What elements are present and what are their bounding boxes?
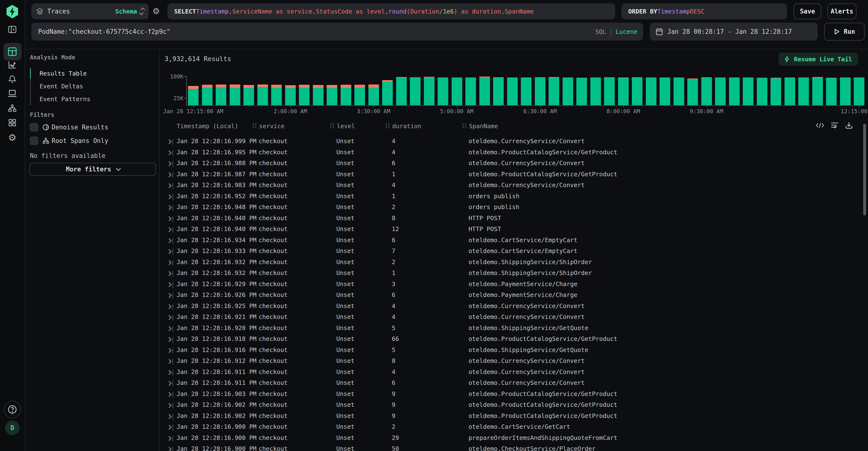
col-header-spanname[interactable]: SpanName xyxy=(463,123,498,130)
histogram-bar[interactable] xyxy=(313,85,323,105)
histogram-bar[interactable] xyxy=(410,77,421,105)
expand-chevron-icon[interactable] xyxy=(167,238,172,243)
expand-chevron-icon[interactable] xyxy=(167,161,172,166)
vertical-scrollbar[interactable] xyxy=(863,123,866,215)
table-row[interactable]: Jan 28 12:28:16.920 PMcheckoutUnset5otel… xyxy=(160,323,868,334)
table-row[interactable]: Jan 28 12:28:16.934 PMcheckoutUnset6otel… xyxy=(160,235,868,246)
help-icon[interactable] xyxy=(4,401,21,418)
expand-chevron-icon[interactable] xyxy=(167,260,172,265)
sql-select-input[interactable]: SELECT Timestamp, ServiceName as service… xyxy=(167,3,615,19)
analysis-mode-item[interactable]: Event Patterns xyxy=(31,93,90,106)
histogram-bar[interactable] xyxy=(507,78,518,105)
dashboards-nav-icon[interactable] xyxy=(8,118,17,127)
histogram-bar[interactable] xyxy=(243,85,254,105)
view-source-icon[interactable] xyxy=(816,122,824,129)
histogram-bar[interactable] xyxy=(826,78,837,105)
histogram-bar[interactable] xyxy=(465,78,476,105)
histogram-bar[interactable] xyxy=(701,77,712,105)
expand-chevron-icon[interactable] xyxy=(167,337,172,342)
wrap-lines-icon[interactable] xyxy=(831,122,839,129)
histogram-bar[interactable] xyxy=(327,85,337,105)
expand-chevron-icon[interactable] xyxy=(167,249,172,254)
histogram-bar[interactable] xyxy=(188,86,198,105)
collapse-sidebar-icon[interactable] xyxy=(8,25,17,34)
histogram-bar[interactable] xyxy=(729,78,740,105)
col-header-duration[interactable]: duration xyxy=(386,123,421,130)
expand-chevron-icon[interactable] xyxy=(167,326,172,331)
expand-chevron-icon[interactable] xyxy=(167,205,172,210)
expand-chevron-icon[interactable] xyxy=(167,194,172,199)
table-row[interactable]: Jan 28 12:28:16.912 PMcheckoutUnset8otel… xyxy=(160,356,868,367)
logo-icon[interactable] xyxy=(5,4,19,19)
expand-chevron-icon[interactable] xyxy=(167,183,172,188)
table-row[interactable]: Jan 28 12:28:16.932 PMcheckoutUnset1otel… xyxy=(160,268,868,279)
expand-chevron-icon[interactable] xyxy=(167,227,172,232)
table-row[interactable]: Jan 28 12:28:16.933 PMcheckoutUnset7otel… xyxy=(160,246,868,257)
expand-chevron-icon[interactable] xyxy=(167,150,172,155)
histogram-bar[interactable] xyxy=(341,85,351,105)
orderby-input[interactable]: ORDER BY Timestamp DESC xyxy=(621,3,787,19)
table-row[interactable]: Jan 28 12:28:16.948 PMcheckoutUnset2orde… xyxy=(160,202,868,213)
histogram-bar[interactable] xyxy=(632,77,643,105)
table-row[interactable]: Jan 28 12:28:16.900 PMcheckoutUnset2otel… xyxy=(160,422,868,433)
download-icon[interactable] xyxy=(845,122,852,129)
table-row[interactable]: Jan 28 12:28:16.900 PMcheckoutUnset50ote… xyxy=(160,444,868,451)
source-selector[interactable]: Traces Schema xyxy=(31,3,149,19)
histogram-bar[interactable] xyxy=(382,80,393,105)
col-header-level[interactable]: level xyxy=(331,123,355,130)
root-spans-only-checkbox[interactable]: Root Spans Only xyxy=(30,137,108,145)
histogram-bar[interactable] xyxy=(743,78,753,105)
histogram-bar[interactable] xyxy=(840,78,850,105)
histogram-bar[interactable] xyxy=(202,85,213,105)
user-avatar[interactable]: D xyxy=(5,421,20,435)
histogram-bar[interactable] xyxy=(479,77,490,105)
table-row[interactable]: Jan 28 12:28:16.900 PMcheckoutUnset29pre… xyxy=(160,433,868,444)
table-row[interactable]: Jan 28 12:28:16.952 PMcheckoutUnset1orde… xyxy=(160,191,868,202)
table-row[interactable]: Jan 28 12:28:16.929 PMcheckoutUnset3otel… xyxy=(160,279,868,290)
checkbox[interactable] xyxy=(30,137,38,145)
histogram-bars[interactable] xyxy=(186,50,864,105)
services-nav-icon[interactable] xyxy=(8,104,17,113)
expand-chevron-icon[interactable] xyxy=(167,315,172,320)
histogram-bar[interactable] xyxy=(424,77,434,105)
histogram-bar[interactable] xyxy=(590,78,601,105)
histogram-bar[interactable] xyxy=(646,78,656,105)
drag-grip-icon[interactable] xyxy=(386,123,390,128)
histogram-bar[interactable] xyxy=(257,85,268,105)
expand-chevron-icon[interactable] xyxy=(167,172,172,177)
table-row[interactable]: Jan 28 12:28:16.983 PMcheckoutUnset4otel… xyxy=(160,180,868,191)
expand-chevron-icon[interactable] xyxy=(167,381,172,386)
alerts-nav-icon[interactable] xyxy=(8,75,17,84)
histogram-bar[interactable] xyxy=(438,78,448,105)
table-row[interactable]: Jan 28 12:28:16.902 PMcheckoutUnset9otel… xyxy=(160,400,868,411)
col-header-service[interactable]: service xyxy=(253,123,284,130)
table-row[interactable]: Jan 28 12:28:16.995 PMcheckoutUnset4otel… xyxy=(160,147,868,159)
table-row[interactable]: Jan 28 12:28:16.940 PMcheckoutUnset8HTTP… xyxy=(160,213,868,224)
expand-chevron-icon[interactable] xyxy=(167,293,172,298)
client-sessions-nav-icon[interactable] xyxy=(8,90,17,98)
alerts-button[interactable]: Alerts xyxy=(828,3,857,19)
team-settings-nav-icon[interactable]: ⚙ xyxy=(8,133,17,142)
histogram-bar[interactable] xyxy=(368,85,379,105)
expand-chevron-icon[interactable] xyxy=(167,414,172,419)
table-row[interactable]: Jan 28 12:28:16.918 PMcheckoutUnset66ote… xyxy=(160,334,868,345)
histogram-bar[interactable] xyxy=(687,79,698,105)
expand-chevron-icon[interactable] xyxy=(167,425,172,430)
table-row[interactable]: Jan 28 12:28:16.999 PMcheckoutUnset4otel… xyxy=(160,136,868,147)
checkbox[interactable] xyxy=(30,123,38,131)
source-settings-gear-icon[interactable]: ⚙ xyxy=(152,7,160,16)
expand-chevron-icon[interactable] xyxy=(167,139,172,144)
expand-chevron-icon[interactable] xyxy=(167,216,172,221)
histogram-bar[interactable] xyxy=(798,78,809,105)
histogram-bar[interactable] xyxy=(271,85,282,105)
table-row[interactable]: Jan 28 12:28:16.988 PMcheckoutUnset6otel… xyxy=(160,158,868,169)
save-button[interactable]: Save xyxy=(794,3,821,19)
chart-explorer-nav-icon[interactable] xyxy=(8,60,17,69)
histogram-bar[interactable] xyxy=(230,85,240,105)
table-row[interactable]: Jan 28 12:28:16.932 PMcheckoutUnset2otel… xyxy=(160,257,868,268)
expand-chevron-icon[interactable] xyxy=(167,304,172,309)
expand-chevron-icon[interactable] xyxy=(167,403,172,408)
histogram-bar[interactable] xyxy=(812,77,823,105)
search-input[interactable]: PodName:"checkout-675775c4cc-f2p9c" SQL|… xyxy=(31,23,643,40)
search-results-nav-icon[interactable] xyxy=(8,47,17,56)
